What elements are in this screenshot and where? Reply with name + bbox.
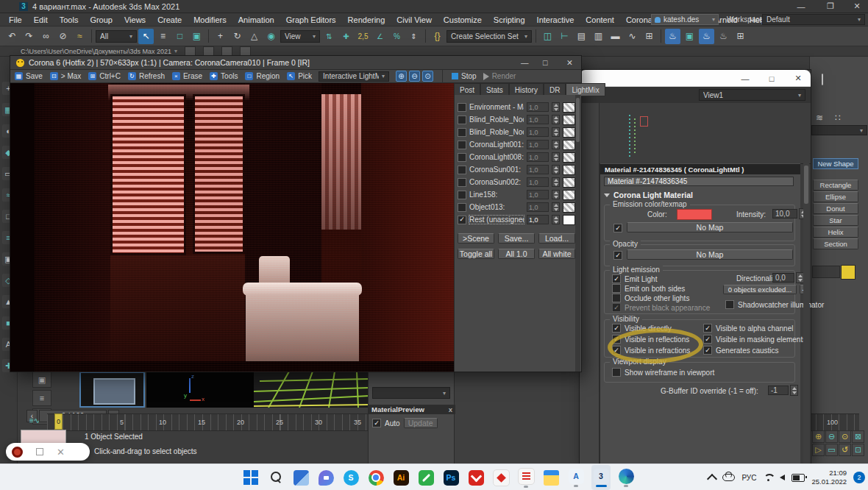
lightmix-spinner[interactable] — [552, 177, 560, 187]
lightmix-intensity-field[interactable]: 1,0 — [527, 215, 549, 224]
gbuffer-spinner[interactable] — [790, 385, 798, 396]
vfb-erase-button[interactable]: × Erase — [172, 72, 202, 80]
select-and-link-button[interactable]: ∞ — [38, 29, 54, 44]
lightmix-color-swatch[interactable] — [563, 140, 575, 150]
lightmix-checkbox[interactable] — [458, 178, 466, 187]
material-name-field[interactable]: Material #-21474836345 — [604, 177, 794, 186]
zoom-extents-button[interactable]: ⊙ — [839, 430, 851, 443]
gallery-button[interactable]: ⊞ — [733, 29, 748, 44]
emit-both-sides-checkbox[interactable] — [612, 284, 621, 293]
sketchup-icon[interactable] — [466, 465, 485, 490]
layer-manager-button[interactable]: ▤ — [574, 29, 589, 44]
shape-section-button[interactable]: Section — [813, 238, 858, 249]
vfb-save-button[interactable]: ▦ Save — [15, 72, 43, 80]
wifi-icon[interactable] — [763, 474, 773, 481]
emission-map-button[interactable]: No Map — [627, 222, 793, 232]
viewport-layout-tab[interactable]: ≡ — [32, 390, 51, 406]
fov-button[interactable]: ▷ — [812, 444, 825, 456]
zoom-all-button[interactable]: ⊖ — [825, 430, 838, 443]
file-explorer-icon[interactable] — [541, 465, 561, 490]
lightmix-intensity-field[interactable]: 1,0 — [527, 165, 549, 174]
zoom-extents-all-button[interactable]: ⊠ — [852, 430, 864, 443]
lightmix-all-10-button[interactable]: All 1.0 — [498, 249, 535, 259]
path-tool-icon[interactable] — [203, 46, 214, 56]
select-and-rotate-button[interactable]: ↻ — [230, 29, 245, 44]
maximize-button[interactable]: ❐ — [818, 0, 843, 13]
3dsmax-taskbar-icon[interactable]: 3 — [591, 465, 611, 490]
preview-type-select[interactable]: ▾ — [372, 387, 450, 399]
mini-viewport[interactable]: y x z — [146, 372, 255, 408]
select-by-name-button[interactable]: ≡ — [155, 29, 171, 44]
opacity-map-button[interactable]: No Map — [627, 249, 793, 260]
lightmix-color-swatch[interactable] — [563, 202, 575, 213]
percent-snap-button[interactable]: % — [389, 29, 405, 44]
schematic-view-button[interactable]: ⊞ — [641, 29, 657, 44]
directionality-field[interactable]: 0,0 — [772, 273, 794, 283]
select-and-manipulate-button[interactable]: ✚ — [338, 29, 354, 44]
lightmix-color-swatch[interactable] — [563, 177, 575, 188]
scene-explorer-button[interactable]: ▥ — [591, 29, 606, 44]
emission-map-checkbox[interactable] — [613, 224, 622, 232]
lightmix-checkbox[interactable] — [458, 141, 466, 149]
close-button[interactable]: ✕ — [57, 447, 65, 457]
task-view-button[interactable] — [291, 465, 310, 490]
menu-item[interactable]: Graph Editors — [280, 15, 342, 24]
maximize-viewport-button[interactable]: ⊡ — [852, 444, 864, 456]
stop-button[interactable]: Stop — [452, 72, 477, 80]
onedrive-icon[interactable] — [722, 474, 735, 481]
battery-icon[interactable] — [791, 474, 805, 482]
lightmix-color-swatch[interactable] — [563, 190, 575, 200]
menu-item[interactable]: Modifiers — [188, 15, 232, 24]
user-account-dropdown[interactable]: katesh.des ▾ — [651, 14, 719, 25]
lightmix-all-white-button[interactable]: All white — [538, 249, 575, 259]
spinner-snap-button[interactable]: ⇕ — [406, 29, 421, 44]
menu-item[interactable]: Views — [118, 15, 152, 24]
lightmix-spinner[interactable] — [552, 215, 560, 224]
excluded-objects-button[interactable]: 0 objects excluded... — [723, 285, 797, 294]
node-view[interactable] — [580, 103, 811, 164]
shape-category-select[interactable]: ▾ — [811, 125, 867, 135]
select-and-place-button[interactable]: ◉ — [263, 29, 279, 44]
lightmix-checkbox[interactable] — [458, 153, 466, 162]
cloud-render-button[interactable]: ♨ — [716, 29, 731, 44]
view-tab-select[interactable]: View1 ▾ — [699, 89, 805, 101]
menu-item[interactable]: Rendering — [342, 15, 391, 24]
emission-color-swatch[interactable] — [677, 209, 712, 220]
vfb-refresh-button[interactable]: ↻ Refresh — [128, 72, 165, 80]
angle-snap-button[interactable]: ∠ — [372, 29, 388, 44]
path-tool-icon[interactable] — [185, 46, 196, 56]
search-button[interactable] — [266, 465, 285, 490]
vfb-pick-button[interactable]: ↖ Pick — [287, 72, 312, 80]
lightmix-spinner[interactable] — [552, 202, 560, 212]
use-pivot-center-button[interactable]: ⇅ — [321, 29, 337, 44]
vfb-tools-button[interactable]: ✚ Tools — [210, 72, 238, 80]
vfb-region-button[interactable]: □ Region — [245, 72, 280, 80]
menu-item[interactable]: Customize — [438, 15, 488, 24]
shape-rectangle-button[interactable]: Rectangle — [813, 180, 858, 191]
render-button[interactable]: Render — [483, 72, 516, 80]
lightmix-spinner[interactable] — [552, 127, 560, 137]
lightmix-checkbox[interactable] — [458, 203, 466, 212]
auto-update-checkbox[interactable] — [372, 419, 381, 427]
visibility-checkbox[interactable] — [703, 335, 712, 344]
visibility-checkbox[interactable] — [703, 324, 712, 333]
lightmix-intensity-field[interactable]: 1,0 — [527, 140, 549, 149]
viewport-thumbnail[interactable] — [79, 372, 145, 408]
mirror-button[interactable]: ◫ — [540, 29, 555, 44]
workspace-select[interactable]: Default ▾ — [762, 14, 865, 25]
occlude-other-lights-checkbox[interactable] — [612, 294, 621, 302]
shape-helix-button[interactable]: Helix — [813, 227, 858, 238]
space-warps-icon[interactable]: ≋ — [816, 113, 823, 123]
lightmix-load-button[interactable]: Load... — [538, 233, 575, 244]
illustrator-icon[interactable]: Ai — [391, 465, 410, 490]
pan-button[interactable]: ▭ — [825, 444, 838, 456]
lightmix-color-swatch[interactable] — [563, 102, 575, 113]
emit-light-checkbox[interactable] — [612, 274, 621, 283]
snaps-toggle-button[interactable]: 2,5 — [355, 29, 371, 44]
minimize-button[interactable]: — — [521, 58, 529, 67]
scrollbar[interactable] — [575, 95, 580, 372]
path-tool-icon[interactable] — [240, 46, 251, 56]
rendered-frame-button[interactable]: ▣ — [682, 29, 697, 44]
lightmix-color-swatch[interactable] — [563, 152, 575, 163]
close-button[interactable]: ✕ — [844, 0, 868, 13]
